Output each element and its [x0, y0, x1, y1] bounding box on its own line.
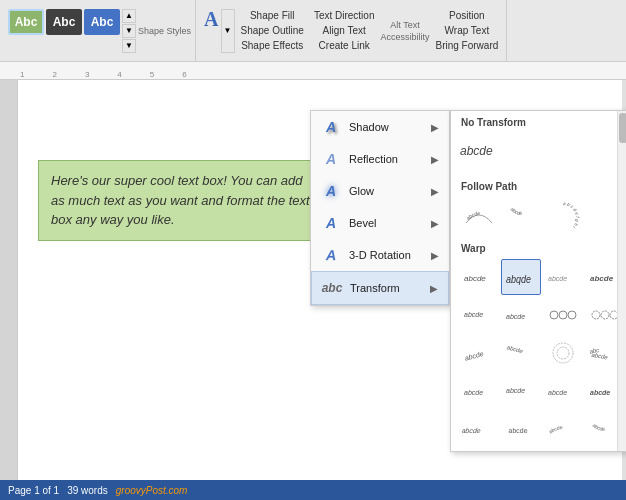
shadow-arrow-icon: ▶	[431, 122, 439, 133]
bring-forward-btn[interactable]: Bring Forward	[431, 39, 502, 52]
svg-text:abcde: abcde	[464, 311, 483, 318]
glow-menu-item[interactable]: A Glow ▶	[311, 175, 449, 207]
shape-style-dark-btn[interactable]: Abc	[46, 9, 82, 35]
warp-curved2-item[interactable]: abcde	[501, 335, 541, 371]
shape-style-green-btn[interactable]: Abc	[8, 9, 44, 35]
warp-small2-item[interactable]: abcde	[501, 297, 541, 333]
svg-text:abcde: abcde	[510, 206, 523, 216]
rotation-icon: A	[320, 246, 342, 266]
warp-wave1-item[interactable]: abcde	[459, 373, 499, 409]
follow-path-arc-down-item[interactable]: abcde	[501, 197, 541, 233]
transform-menu-item[interactable]: abc Transform ▶	[311, 271, 449, 305]
warp-expand1-icon: abcde	[546, 377, 580, 405]
scroll-down-arrow[interactable]: ▼	[122, 24, 136, 38]
bevel-icon: A	[321, 213, 341, 233]
wordart-dropdown-btn[interactable]: ▼	[221, 9, 235, 53]
ribbon-toolbar: Abc Abc Abc ▲ ▼ ▼ Shape Styles A ▼ Shape…	[0, 0, 626, 62]
warp-fade-icon: abcde	[546, 263, 580, 291]
shadow-menu-item[interactable]: A Shadow ▶	[311, 111, 449, 143]
svg-text:abcde: abcde	[592, 422, 606, 432]
warp-tilt1-item[interactable]: abcde	[459, 411, 499, 447]
follow-path-arc-up-item[interactable]: abcde	[459, 197, 499, 233]
shape-outline-btn[interactable]: Shape Outline	[237, 24, 308, 37]
svg-text:abcde: abcde	[508, 427, 528, 434]
status-bar: Page 1 of 1 39 words groovyPost.com	[0, 480, 626, 500]
text-format-buttons: Text Direction Align Text Create Link	[310, 9, 379, 52]
accessibility-section: Alt Text Accessibility	[380, 20, 429, 42]
transform-label: Transform	[350, 282, 422, 294]
svg-text:abcde: abcde	[465, 210, 480, 221]
warp-fade-item[interactable]: abcde	[543, 259, 583, 295]
warp-plain-icon: abcde	[462, 263, 496, 291]
shape-styles-section: Abc Abc Abc ▲ ▼ ▼ Shape Styles	[4, 0, 196, 61]
svg-text:abcde: abcde	[547, 424, 563, 435]
glow-arrow-icon: ▶	[431, 186, 439, 197]
shape-effects-btn[interactable]: Shape Effects	[237, 39, 308, 52]
warp-small2-icon: abcde	[504, 301, 538, 329]
svg-text:abcde: abcde	[590, 389, 610, 396]
warp-selected-item[interactable]: abqde	[501, 259, 541, 295]
svg-text:a b c d e f g h i: a b c d e f g h i	[563, 201, 580, 229]
position-btn[interactable]: Position	[431, 9, 502, 22]
wordart-styles-section: A ▼ Shape Fill Shape Outline Shape Effec…	[200, 0, 507, 61]
warp-dots1-item[interactable]	[543, 297, 583, 333]
warp-plain-item[interactable]: abcde	[459, 259, 499, 295]
svg-text:abcde: abcde	[548, 389, 567, 396]
text-direction-btn[interactable]: Text Direction	[310, 9, 379, 22]
svg-text:abcde: abcde	[464, 389, 483, 396]
svg-text:abqde: abqde	[506, 273, 531, 285]
svg-point-14	[601, 311, 609, 319]
alt-text-label: Alt Text	[380, 20, 429, 30]
transform-arrow-icon: ▶	[430, 283, 438, 294]
warp-small1-item[interactable]: abcde	[459, 297, 499, 333]
bevel-arrow-icon: ▶	[431, 218, 439, 229]
svg-text:abcde: abcde	[464, 274, 486, 283]
transform-icon: abc	[322, 278, 342, 298]
page-info: Page 1 of 1	[8, 485, 59, 496]
warp-expand1-item[interactable]: abcde	[543, 373, 583, 409]
align-text-btn[interactable]: Align Text	[310, 24, 379, 37]
text-box[interactable]: Here's our super cool text box! You can …	[38, 160, 328, 241]
3d-rotation-menu-item[interactable]: A 3-D Rotation ▶	[311, 239, 449, 271]
accessibility-label: Accessibility	[380, 32, 429, 42]
warp-grid: abcde abqde abcde abcde a	[451, 257, 626, 451]
warp-curved2-icon: abcde	[504, 339, 538, 367]
warp-wave2-item[interactable]: abcde	[501, 373, 541, 409]
ruler-marks: 1 2 3 4 5 6	[4, 70, 622, 79]
follow-path-grid: abcde abcde a b c d e f g h i	[451, 195, 626, 237]
svg-text:abcde: abcde	[506, 313, 525, 320]
svg-text:abcde: abcde	[506, 344, 524, 354]
shape-style-blue-btn[interactable]: Abc	[84, 9, 120, 35]
left-margin	[0, 80, 18, 480]
warp-curved1-icon: abcde	[462, 339, 496, 367]
warp-section-label: Warp	[451, 237, 626, 257]
warp-tilt1-icon: abcde	[462, 415, 496, 443]
follow-path-arc-up-icon: abcde	[462, 201, 496, 229]
warp-arc1-item[interactable]: abcde	[543, 411, 583, 447]
no-transform-row: abcde	[451, 131, 626, 175]
word-count: 39 words	[67, 485, 108, 496]
svg-point-18	[553, 343, 573, 363]
bevel-menu-item[interactable]: A Bevel ▶	[311, 207, 449, 239]
warp-tilt2-item[interactable]: abcde	[501, 411, 541, 447]
warp-curved1-item[interactable]: abcde	[459, 335, 499, 371]
no-transform-section-label: No Transform	[451, 111, 626, 131]
submenu-scrollbar	[617, 111, 626, 451]
warp-ring1-item[interactable]	[543, 335, 583, 371]
warp-ring1-icon	[546, 339, 580, 367]
create-link-btn[interactable]: Create Link	[310, 39, 379, 52]
scroll-up-arrow[interactable]: ▲	[122, 9, 136, 23]
follow-path-circle-item[interactable]: a b c d e f g h i	[543, 197, 583, 233]
arrange-section: Position Wrap Text Bring Forward	[431, 9, 502, 52]
shape-fill-btn[interactable]: Shape Fill	[237, 9, 308, 22]
glow-label: Glow	[349, 185, 423, 197]
warp-wave2-icon: abcde	[504, 377, 538, 405]
reflection-menu-item[interactable]: A Reflection ▶	[311, 143, 449, 175]
warp-small1-icon: abcde	[462, 301, 496, 329]
submenu-scroll-thumb	[619, 113, 627, 143]
scroll-expand-arrow[interactable]: ▼	[122, 39, 136, 53]
no-transform-item[interactable]: abcde	[459, 133, 619, 169]
style-buttons-row: Abc Abc Abc ▲ ▼ ▼	[8, 9, 136, 53]
wrap-text-btn[interactable]: Wrap Text	[431, 24, 502, 37]
wordart-style-preview: A	[204, 9, 218, 53]
